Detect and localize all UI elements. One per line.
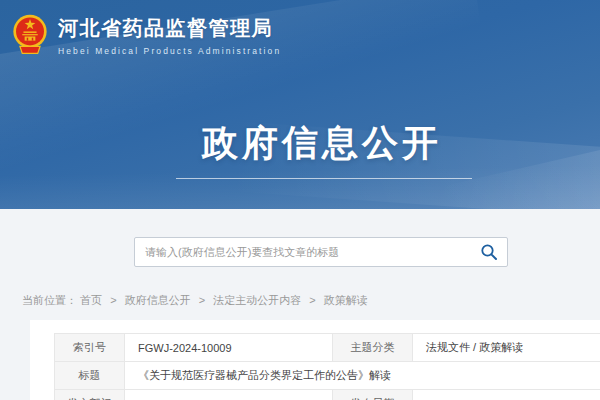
- breadcrumb-gov-info[interactable]: 政府信息公开: [125, 294, 191, 306]
- index-number-value: FGWJ-2024-10009: [125, 334, 333, 362]
- search-bar: [134, 237, 508, 267]
- topic-category-value: 法规文件 / 政策解读: [413, 334, 600, 362]
- topic-category-label: 主题分类: [333, 334, 413, 362]
- issuing-dept-label: 发文部门: [55, 390, 125, 400]
- breadcrumb-policy-interpretation[interactable]: 政策解读: [324, 294, 368, 306]
- index-number-label: 索引号: [55, 334, 125, 362]
- hero-banner: 河北省药品监督管理局 Hebei Medical Products Admini…: [0, 0, 600, 209]
- issuing-dept-value: [125, 390, 333, 400]
- org-name-en: Hebei Medical Products Administration: [58, 46, 281, 56]
- breadcrumb-home[interactable]: 首页: [80, 294, 102, 306]
- title-value: 《关于规范医疗器械产品分类界定工作的公告》解读: [125, 362, 600, 390]
- title-underline: [176, 178, 472, 179]
- table-row: 索引号 FGWJ-2024-10009 主题分类 法规文件 / 政策解读: [55, 334, 600, 362]
- search-icon[interactable]: [480, 243, 498, 261]
- publish-date-label: 发布日期: [333, 390, 413, 400]
- national-emblem-icon: [12, 13, 48, 57]
- breadcrumb: 当前位置： 首页 > 政府信息公开 > 法定主动公开内容 > 政策解读: [22, 293, 368, 308]
- document-meta-table: 索引号 FGWJ-2024-10009 主题分类 法规文件 / 政策解读 标题 …: [54, 333, 600, 400]
- breadcrumb-separator: >: [199, 294, 205, 306]
- main-content: 当前位置： 首页 > 政府信息公开 > 法定主动公开内容 > 政策解读 索引号 …: [0, 209, 600, 400]
- document-info-panel: 索引号 FGWJ-2024-10009 主题分类 法规文件 / 政策解读 标题 …: [30, 320, 600, 400]
- publish-date-value: 2024-05-13: [413, 390, 600, 400]
- site-logo[interactable]: 河北省药品监督管理局 Hebei Medical Products Admini…: [12, 13, 281, 57]
- title-label: 标题: [55, 362, 125, 390]
- page-title: 政府信息公开: [202, 119, 442, 168]
- breadcrumb-separator: >: [309, 294, 315, 306]
- site-logo-text: 河北省药品监督管理局 Hebei Medical Products Admini…: [58, 15, 281, 56]
- breadcrumb-separator: >: [110, 294, 116, 306]
- org-name-cn: 河北省药品监督管理局: [58, 15, 281, 42]
- breadcrumb-statutory-disclosure[interactable]: 法定主动公开内容: [213, 294, 301, 306]
- table-row: 标题 《关于规范医疗器械产品分类界定工作的公告》解读: [55, 362, 600, 390]
- table-row: 发文部门 发布日期 2024-05-13: [55, 390, 600, 400]
- breadcrumb-prefix: 当前位置：: [22, 294, 77, 306]
- search-input[interactable]: [135, 238, 480, 266]
